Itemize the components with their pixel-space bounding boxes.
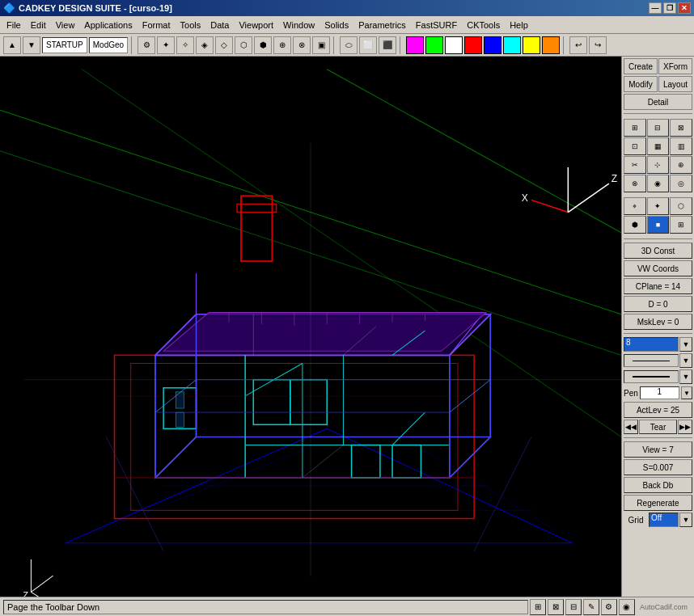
menu-view[interactable]: View xyxy=(51,16,80,33)
separator-1 xyxy=(624,113,692,114)
tb-color-5[interactable] xyxy=(484,36,501,54)
tear-left-arrow[interactable]: ◀◀ xyxy=(624,420,638,434)
tb-color-3[interactable] xyxy=(445,36,463,54)
menu-viewport[interactable]: Viewport xyxy=(234,16,278,33)
tb-btn-12[interactable]: ⬜ xyxy=(359,36,377,54)
restore-button[interactable]: ❐ xyxy=(663,2,676,14)
icon-btn-6[interactable]: ▥ xyxy=(670,137,692,155)
grid-arrow[interactable]: ▼ xyxy=(679,513,692,527)
tb-undo[interactable]: ↩ xyxy=(569,36,587,54)
tb-color-1[interactable] xyxy=(406,36,424,54)
tb-btn-7[interactable]: ⬢ xyxy=(254,36,272,54)
tb-color-4[interactable] xyxy=(464,36,482,54)
s-value-button[interactable]: S=0.007 xyxy=(624,459,692,475)
icon-btn-5[interactable]: ▦ xyxy=(647,137,670,155)
tb-color-8[interactable] xyxy=(542,36,560,54)
tb-color-6[interactable] xyxy=(503,36,521,54)
tear-right-arrow[interactable]: ▶▶ xyxy=(678,420,692,434)
menu-data[interactable]: Data xyxy=(205,16,234,33)
status-icon-1[interactable]: ⊞ xyxy=(530,599,546,615)
tb-btn-5[interactable]: ◇ xyxy=(215,36,233,54)
menu-applications[interactable]: Applications xyxy=(79,16,137,33)
icon-btn-12[interactable]: ◎ xyxy=(670,175,692,192)
status-icon-2[interactable]: ⊠ xyxy=(548,599,564,615)
regenerate-button[interactable]: Regenerate xyxy=(624,495,692,511)
tb-down-arrow[interactable]: ▼ xyxy=(23,36,40,54)
icon-btn-2[interactable]: ⊟ xyxy=(647,119,670,137)
icon-btn-4[interactable]: ⊡ xyxy=(624,137,646,155)
level-select[interactable]: 8 xyxy=(624,337,679,352)
status-icon-3[interactable]: ⊟ xyxy=(565,599,582,615)
tb-btn-13[interactable]: ⬛ xyxy=(379,36,396,54)
title-bar-controls[interactable]: — ❐ ✕ xyxy=(649,2,691,14)
line-style-1[interactable] xyxy=(624,354,679,367)
close-button[interactable]: ✕ xyxy=(678,2,691,14)
line-style-2-arrow[interactable]: ▼ xyxy=(679,369,692,384)
tab-modify[interactable]: Modify xyxy=(624,76,658,92)
icon-btn-10[interactable]: ⊗ xyxy=(624,175,646,192)
icon-btn-15[interactable]: ⬡ xyxy=(670,197,692,215)
level-select-arrow[interactable]: ▼ xyxy=(679,337,692,352)
line-style-1-arrow[interactable]: ▼ xyxy=(679,353,692,368)
msklev-button[interactable]: MskLev = 0 xyxy=(624,314,692,330)
back-db-button[interactable]: Back Db xyxy=(624,477,692,493)
icon-btn-7[interactable]: ✂ xyxy=(624,156,646,174)
minimize-button[interactable]: — xyxy=(649,2,662,14)
title-bar: 🔷 CADKEY DESIGN SUITE - [curso-19] — ❐ ✕ xyxy=(0,0,694,16)
actlev-button[interactable]: ActLev = 25 xyxy=(624,402,692,418)
tear-button[interactable]: Tear xyxy=(639,420,677,434)
menu-fastsurf[interactable]: FastSURF xyxy=(411,16,462,33)
menu-file[interactable]: File xyxy=(2,16,26,33)
tb-btn-3[interactable]: ✧ xyxy=(176,36,194,54)
menu-format[interactable]: Format xyxy=(138,16,176,33)
tab-detail[interactable]: Detail xyxy=(624,94,692,110)
grid-select[interactable]: Off xyxy=(649,513,679,527)
tb-btn-8[interactable]: ⊕ xyxy=(273,36,291,54)
menu-window[interactable]: Window xyxy=(278,16,319,33)
menu-help[interactable]: Help xyxy=(505,16,533,33)
icon-btn-13[interactable]: ⌖ xyxy=(624,197,646,215)
tb-btn-6[interactable]: ⬡ xyxy=(235,36,252,54)
icon-btn-8[interactable]: ⊹ xyxy=(647,156,670,174)
tab-create[interactable]: Create xyxy=(624,58,658,74)
viewport[interactable]: Z X Z Y xyxy=(0,57,621,597)
icon-btn-14[interactable]: ✦ xyxy=(647,197,670,215)
tb-btn-1[interactable]: ⚙ xyxy=(138,36,155,54)
tb-redo[interactable]: ↪ xyxy=(589,36,607,54)
menu-solids[interactable]: Solids xyxy=(319,16,353,33)
tb-btn-11[interactable]: ⬭ xyxy=(340,36,358,54)
tb-color-2[interactable] xyxy=(425,36,443,54)
tab-layout[interactable]: Layout xyxy=(658,76,692,92)
menu-tools[interactable]: Tools xyxy=(176,16,206,33)
icon-btn-11[interactable]: ◉ xyxy=(647,175,670,192)
tb-btn-9[interactable]: ⊗ xyxy=(293,36,311,54)
status-icon-5[interactable]: ⚙ xyxy=(601,599,617,615)
icon-btn-16[interactable]: ⬢ xyxy=(624,216,646,234)
line-style-2[interactable] xyxy=(624,370,679,383)
tb-color-7[interactable] xyxy=(523,36,540,54)
menu-cktools[interactable]: CKTools xyxy=(462,16,505,33)
icon-btn-18[interactable]: ⊞ xyxy=(670,216,692,234)
view-button[interactable]: View = 7 xyxy=(624,441,692,458)
status-icon-4[interactable]: ✎ xyxy=(583,599,599,615)
vw-coords-button[interactable]: VW Coords xyxy=(624,260,692,276)
tb-up-arrow[interactable]: ▲ xyxy=(3,36,21,54)
icon-btn-9[interactable]: ⊕ xyxy=(670,156,692,174)
pen-input[interactable]: 1 xyxy=(640,386,679,399)
menu-edit[interactable]: Edit xyxy=(26,16,51,33)
status-icon-6[interactable]: ◉ xyxy=(619,599,635,615)
tb-btn-2[interactable]: ✦ xyxy=(157,36,175,54)
pen-arrow[interactable]: ▼ xyxy=(681,386,692,399)
menu-parametrics[interactable]: Parametrics xyxy=(353,16,411,33)
tab-xform[interactable]: XForm xyxy=(658,58,692,74)
const-3d-button[interactable]: 3D Const xyxy=(624,243,692,259)
d-value-button[interactable]: D = 0 xyxy=(624,296,692,312)
tb-btn-10[interactable]: ▣ xyxy=(312,36,330,54)
cplane-button[interactable]: CPlane = 14 xyxy=(624,278,692,294)
icon-btn-1[interactable]: ⊞ xyxy=(624,119,646,137)
line-style-row-1: ▼ xyxy=(624,353,692,368)
icon-btn-3[interactable]: ⊠ xyxy=(670,119,692,137)
svg-text:X: X xyxy=(522,192,528,204)
icon-btn-17[interactable]: ■ xyxy=(647,216,670,234)
tb-btn-4[interactable]: ◈ xyxy=(196,36,214,54)
